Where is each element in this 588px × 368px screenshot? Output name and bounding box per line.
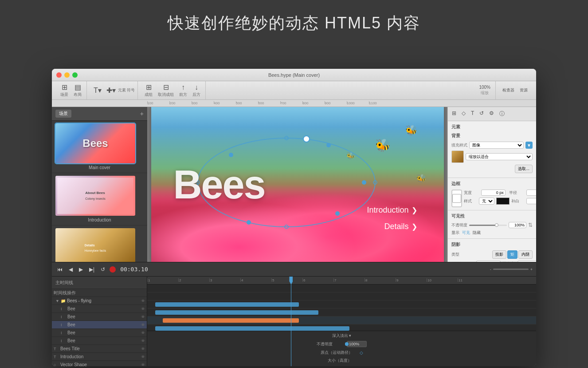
scene-item-details[interactable]: Details Honeybee facts Details [52,226,147,262]
bees-group-visibility[interactable]: 👁 [141,299,145,303]
border-width-input[interactable] [481,190,506,196]
bee2-visibility[interactable]: 👁 [141,315,145,319]
track-operations[interactable]: 时间线操作 [52,289,147,297]
fill-style-select[interactable]: 图像 [469,142,524,149]
intro-link[interactable]: Introduction ❯ [367,206,417,215]
maximize-button[interactable] [72,72,78,78]
sidebar-header: 场景 + [52,107,147,121]
shadow-drop-btn[interactable]: 投影 [492,250,506,259]
intro-visibility[interactable]: 👁 [141,355,145,359]
border-style-row: 样式 无 补白 [464,198,536,205]
layout-button[interactable]: ▤ 布局 [71,82,84,99]
inspector-section-title: 元素 [451,124,533,130]
border-style-select[interactable]: 无 [479,198,494,205]
track-bee-5[interactable]: I Bee 👁 [52,337,147,345]
toolbar: ⊞ 场景 ▤ 布局 T▾ ✚▾ 元素 符号 ⊞ 成组 ⊟ [52,81,536,100]
canvas-area[interactable]: 🐝 🐝 🐝 🐝 [147,107,447,262]
headline: 快速创作绝妙的动态 HTML5 内容 [0,0,588,34]
zoom-slider[interactable] [493,269,529,270]
bee5-type-icon: I [61,339,66,343]
backward-button[interactable]: ↓ 后方 [190,82,203,99]
scene-item-main[interactable]: Bees Main cover [52,121,147,173]
record-btn[interactable] [110,266,116,273]
border-radius-input[interactable] [526,190,536,196]
border-style-label: 样式 [464,198,477,204]
add-element-button[interactable]: ✚▾ [105,85,117,96]
prop-opacity-input[interactable] [347,341,367,347]
visible-button[interactable]: 可见 [462,230,470,236]
add-scene-button[interactable]: + [140,110,144,117]
sidebar-tab-scenes[interactable]: 场景 [55,110,71,118]
bee1-visibility[interactable]: 👁 [141,307,145,311]
track-bees-title[interactable]: T Bees Title 👁 [52,345,147,353]
shadow-inset-btn[interactable]: 内阴 [518,250,533,259]
zoom-input-button[interactable]: 100% 缩放 [477,83,493,97]
inspector-button[interactable]: 检查器 [500,86,517,95]
vec1-visibility[interactable]: 👁 [141,363,145,367]
opacity-row: 不透明度 ⇅ [451,222,533,228]
fill-style-label: 填充样式 [451,142,467,148]
prop-size-label: 大小（高度） [328,358,354,364]
scenes-button[interactable]: ⊞ 场景 [58,82,71,99]
ungroup-icon: ⊟ [162,83,170,91]
inspector-tab-transform[interactable]: ↺ [477,109,486,119]
track-vector-shape-1[interactable]: ○ Vector Shape 👁 [52,361,147,366]
scale-select[interactable]: 缩放以适合 [466,153,533,160]
bee4-visibility[interactable]: 👁 [141,331,145,335]
bee3-visibility[interactable]: 👁 [141,323,145,327]
backward-icon: ↓ [192,83,200,91]
opacity-stepper[interactable]: ⇅ [528,222,533,228]
opacity-input[interactable] [509,222,526,228]
svg-point-5 [229,153,233,157]
loop-btn[interactable]: ↺ [99,265,107,273]
window-title: Bees.hype (Main cover) [268,72,320,78]
text-tool-button[interactable]: T▾ [91,85,104,96]
forward-button[interactable]: ↑ 前方 [177,82,189,99]
zoom-group: 100% 缩放 [474,81,496,99]
prev-frame-btn[interactable]: ◀ [67,265,74,273]
border-color-swatch[interactable] [496,198,510,205]
shadow-inner-btn[interactable]: 矩 [507,250,517,259]
opacity-slider[interactable] [469,225,507,226]
inspector-tabs: ⊞ ◇ T ↺ ⚙ ⓘ [448,107,536,121]
choose-button[interactable]: 选取... [515,165,533,173]
shadow-type-group: 投影 矩 内阴 [492,250,533,259]
inspector-tab-layers[interactable]: ⊞ [450,109,459,119]
border-width-label: 宽度 [464,190,477,196]
minimize-button[interactable] [64,72,70,78]
prop-size-row: 大小（高度） [328,357,356,364]
ungroup-button[interactable]: ⊟ 取消成组 [156,82,176,99]
fill-style-action[interactable]: ▼ [525,142,533,149]
track-labels: 主时间线 时间线操作 ▼ 📁 Bees - flying 👁 I Bee 👁 [52,277,147,366]
track-introduction[interactable]: T Introduction 👁 [52,353,147,361]
inspector-tab-info[interactable]: ⓘ [497,109,507,119]
next-frame-btn[interactable]: ▶| [87,265,96,273]
details-link[interactable]: Details ❯ [384,222,417,231]
bee5-visibility[interactable]: 👁 [141,339,145,343]
track-bee-3[interactable]: I Bee 👁 [52,321,147,329]
inspector-tab-text[interactable]: T [469,109,476,119]
assets-button[interactable]: 资源 [517,86,530,95]
track-group-bees-flying[interactable]: ▼ 📁 Bees - flying 👁 [52,297,147,305]
track-bee-1[interactable]: I Bee 👁 [52,305,147,313]
track-bee-2[interactable]: I Bee 👁 [52,313,147,321]
group-button[interactable]: ⊞ 成组 [142,82,155,99]
skip-start-btn[interactable]: ⏮ [55,265,64,273]
transport: ⏮ ◀ ▶ ▶| ↺ 00:03.10 - + [52,262,536,277]
hide-button[interactable]: 隐藏 [473,230,481,236]
play-btn[interactable]: ▶ [77,265,85,273]
border-padding-input[interactable] [526,198,536,204]
border-padding-label: 补白 [511,198,525,204]
close-button[interactable] [56,72,62,78]
prop-origin-keyframe[interactable]: ◇ [360,350,363,355]
scene-item-intro[interactable]: About Bees Colony insects Introduction [52,173,147,226]
inspector-tab-shapes[interactable]: ◇ [459,109,468,119]
enter-exit-value[interactable]: 深入淡出 ▾ [332,333,352,339]
border-width-row: 宽度 半径 [464,190,536,196]
inspector-tab-settings[interactable]: ⚙ [487,109,496,119]
bees-title-visibility[interactable]: 👁 [141,347,145,351]
kf-bee2-row [147,309,536,317]
track-bee-4[interactable]: I Bee 👁 [52,329,147,337]
prop-opacity-row: 不透明度 [317,340,367,348]
enter-exit-row: 深入淡出 ▾ [332,333,352,339]
